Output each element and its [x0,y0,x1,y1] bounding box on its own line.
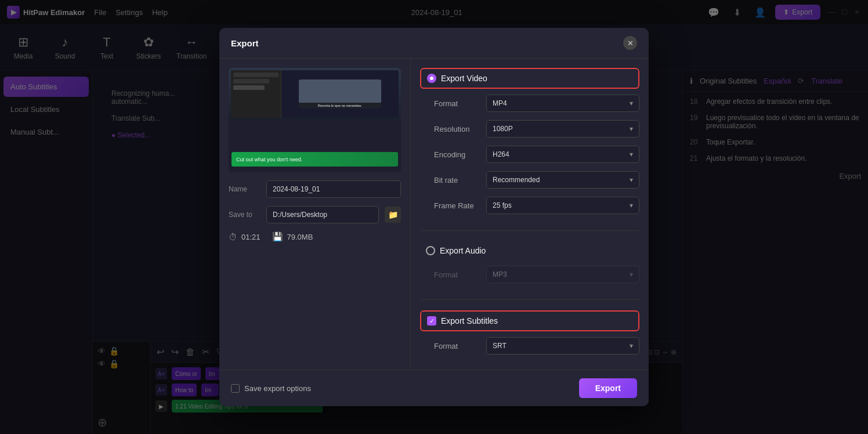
chevron-down-icon: ▾ [630,342,633,350]
modal-footer: Save export options Export [219,370,649,406]
save-export-options-check[interactable]: Save export options [231,384,311,393]
subtitles-format-field: Format SRT ▾ [434,335,639,357]
framerate-label: Frame Rate [434,201,480,210]
resolution-value: 1080P [493,125,513,133]
save-options-checkbox[interactable] [231,384,240,393]
save-to-label: Save to [229,211,261,219]
subtitles-format-label: Format [434,342,480,350]
modal-title: Export [231,38,259,48]
divider1 [420,230,639,231]
export-video-radio[interactable] [427,74,436,83]
duration-item: ⏱ 01:21 [229,232,261,242]
encoding-label: Encoding [434,150,480,159]
audio-format-label: Format [434,270,480,279]
chevron-down-icon: ▾ [630,270,633,279]
preview-video-frame: Recorta lo que no necesitas. [229,68,401,120]
export-audio-section: Export Audio Format MP3 ▾ [420,241,639,289]
framerate-value: 25 fps [493,201,512,209]
export-subtitles-header[interactable]: ✓ Export Subtitles [420,310,639,331]
resolution-select[interactable]: 1080P ▾ [486,120,639,138]
preview-editor-bg: Recorta lo que no necesitas. [231,70,399,118]
chevron-down-icon: ▾ [630,176,633,184]
export-subtitles-section: ✓ Export Subtitles Format SRT ▾ [420,310,639,360]
format-select[interactable]: MP4 ▾ [486,95,639,112]
resolution-field: Resolution 1080P ▾ [434,118,639,140]
bitrate-field: Bit rate Recommended ▾ [434,169,639,191]
preview-timeline-green: Cut out what you don't need. [232,152,398,167]
duration-value: 01:21 [241,233,261,241]
framerate-select[interactable]: 25 fps ▾ [486,197,639,214]
size-value: 79.0MB [287,233,313,241]
export-audio-radio[interactable] [426,246,435,255]
folder-browse-button[interactable]: 📁 [385,207,401,223]
resolution-label: Resolution [434,125,480,133]
folder-icon: 📁 [388,210,398,219]
name-row: Name [229,180,401,198]
chevron-down-icon: ▾ [630,125,633,133]
modal-body: Recorta lo que no necesitas. Cut out wha… [219,59,649,370]
framerate-field: Frame Rate 25 fps ▾ [434,194,639,216]
export-audio-fields: Format MP3 ▾ [420,260,639,289]
subtitles-format-value: SRT [493,342,507,350]
chevron-down-icon: ▾ [630,99,633,107]
audio-format-value: MP3 [493,270,507,279]
preview-timeline-strip: Cut out what you don't need. [229,120,401,172]
save-options-label: Save export options [244,384,311,393]
preview-container: Recorta lo que no necesitas. Cut out wha… [229,68,401,172]
size-item: 💾 79.0MB [272,232,313,242]
export-action-label: Export [595,384,621,393]
export-audio-header[interactable]: Export Audio [420,241,639,260]
bitrate-value: Recommended [493,176,540,184]
info-row: ⏱ 01:21 💾 79.0MB [229,232,401,242]
export-video-section: Export Video Format MP4 ▾ R [420,68,639,220]
close-icon: ✕ [627,39,634,48]
export-video-header[interactable]: Export Video [420,68,639,89]
name-input[interactable] [266,180,401,198]
name-label: Name [229,185,261,193]
audio-format-field: Format MP3 ▾ [434,263,639,285]
modal-right: Export Video Format MP4 ▾ R [411,59,649,370]
save-to-input[interactable] [266,206,379,223]
app-container: ▶ HitPaw Edimakor File Settings Help 202… [0,0,868,434]
clock-icon: ⏱ [229,232,237,242]
divider2 [420,299,639,300]
export-subtitles-checkbox[interactable]: ✓ [427,316,436,326]
export-video-label: Export Video [441,74,487,83]
chevron-down-icon: ▾ [630,201,633,209]
format-label: Format [434,99,480,108]
export-audio-label: Export Audio [440,246,486,255]
export-subtitles-fields: Format SRT ▾ [420,331,639,360]
subtitles-format-select[interactable]: SRT ▾ [486,337,639,355]
subtitle-timeline-text: Cut out what you don't need. [236,157,302,162]
export-subtitles-label: Export Subtitles [441,316,498,326]
modal-left: Recorta lo que no necesitas. Cut out wha… [219,59,411,370]
modal-overlay: Export ✕ [0,0,868,434]
format-field: Format MP4 ▾ [434,92,639,114]
preview-thumb: Recorta lo que no necesitas. [299,79,381,108]
bitrate-label: Bit rate [434,176,480,185]
export-action-button[interactable]: Export [579,378,637,398]
format-value: MP4 [493,99,507,107]
modal-close-button[interactable]: ✕ [623,36,637,50]
export-video-fields: Format MP4 ▾ Resolution 1080P ▾ [420,89,639,220]
save-icon: 💾 [272,232,283,242]
save-to-row: Save to 📁 [229,206,401,223]
chevron-down-icon: ▾ [630,150,633,158]
subtitle-overlay1: Recorta lo que no necesitas. [300,104,380,107]
encoding-value: H264 [493,150,509,158]
encoding-field: Encoding H264 ▾ [434,143,639,165]
bitrate-select[interactable]: Recommended ▾ [486,171,639,189]
encoding-select[interactable]: H264 ▾ [486,146,639,163]
export-modal: Export ✕ [219,28,649,406]
audio-format-select[interactable]: MP3 ▾ [486,266,639,283]
modal-header: Export ✕ [219,28,649,59]
